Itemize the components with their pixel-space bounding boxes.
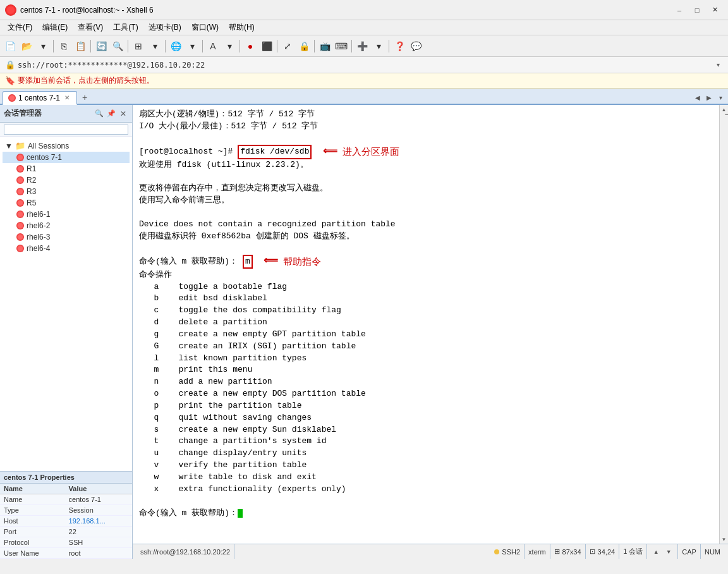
app-icon — [5, 4, 16, 16]
session-item-rhel62[interactable]: rhel6-2 — [3, 220, 130, 231]
status-sessions-section: 1 会话 — [619, 544, 647, 559]
terminal-line-cursor: 命令(输入 m 获取帮助)： — [139, 508, 713, 520]
table-row: Protocol SSH — [0, 537, 132, 548]
menu-edit[interactable]: 编辑(E) — [37, 21, 73, 34]
all-sessions-group[interactable]: ▼ 📁 All Sessions — [3, 140, 130, 152]
sidebar-title: 会话管理器 — [4, 108, 92, 119]
scroll-thumb[interactable] — [725, 114, 729, 115]
folder-icon: 📁 — [15, 141, 25, 150]
toolbar-open[interactable]: 📂 — [19, 39, 34, 54]
close-button[interactable]: ✕ — [707, 4, 723, 16]
session-item-r3[interactable]: R3 — [3, 186, 130, 197]
scroll-down-button[interactable]: ▼ — [720, 535, 729, 544]
cmd-m: m — [243, 255, 253, 269]
toolbar-grid-dropdown[interactable]: ▾ — [147, 39, 162, 54]
toolbar-stop[interactable]: ⬛ — [259, 39, 274, 54]
toolbar-font[interactable]: A — [205, 39, 221, 54]
prop-value-host[interactable]: 192.168.1... — [65, 516, 132, 527]
session-label: R1 — [27, 164, 36, 173]
minimize-button[interactable]: – — [671, 4, 688, 16]
toolbar-sep4 — [165, 40, 166, 52]
toolbar-new[interactable]: 📄 — [3, 39, 18, 54]
toolbar-open-dropdown[interactable]: ▾ — [35, 39, 51, 54]
session-item-rhel64[interactable]: rhel6-4 — [3, 243, 130, 254]
toolbar-paste[interactable]: 📋 — [73, 39, 88, 54]
terminal-line: n add a new partition — [139, 376, 713, 388]
menu-tools[interactable]: 工具(T) — [108, 21, 143, 34]
toolbar-plus[interactable]: ➕ — [355, 39, 370, 54]
session-item-rhel61[interactable]: rhel6-1 — [3, 209, 130, 220]
toolbar-copy[interactable]: ⎘ — [56, 39, 71, 54]
terminal-scrollbar[interactable]: ▲ ▼ — [719, 105, 728, 544]
terminal-line: p print the partition table — [139, 400, 713, 412]
tab-centos71[interactable]: 1 centos 7-1 ✕ — [3, 91, 77, 105]
session-item-r2[interactable]: R2 — [3, 174, 130, 186]
session-item-r5[interactable]: R5 — [3, 197, 130, 209]
session-tree: ▼ 📁 All Sessions centos 7-1 R1 R2 — [0, 137, 132, 471]
toolbar-lock[interactable]: 🔒 — [296, 39, 312, 54]
tab-label: 1 centos 7-1 — [18, 94, 60, 102]
fdisk-cmd: fdisk /dev/sdb — [238, 145, 312, 159]
terminal-content[interactable]: 扇区大小(逻辑/物理)：512 字节 / 512 字节 I/O 大小(最小/最佳… — [133, 105, 719, 544]
sidebar-close-button[interactable]: ✕ — [118, 109, 128, 119]
session-label: rhel6-4 — [27, 244, 50, 253]
menu-window[interactable]: 窗口(W) — [186, 21, 224, 34]
window-title: centos 7-1 - root@localhost:~ - Xshell 6 — [20, 6, 671, 15]
menu-help[interactable]: 帮助(H) — [224, 21, 260, 34]
status-size-text: 87x34 — [562, 548, 581, 556]
terminal-line: u change display/entry units — [139, 448, 713, 460]
sidebar-pin-icon[interactable]: 📌 — [107, 109, 116, 118]
session-item-r1[interactable]: R1 — [3, 163, 130, 174]
menu-file[interactable]: 文件(F) — [3, 21, 37, 34]
toolbar-sep3 — [128, 40, 128, 52]
terminal-line: q quit without saving changes — [139, 412, 713, 424]
address-text[interactable]: ssh://root:*************@192.168.10.20:2… — [18, 61, 710, 70]
sidebar-header: 会话管理器 🔍 📌 ✕ — [0, 105, 132, 123]
toolbar-help[interactable]: ❓ — [392, 39, 407, 54]
toolbar-globe[interactable]: 🌐 — [168, 39, 183, 54]
prop-value: Session — [65, 505, 132, 516]
toolbar-record[interactable]: ● — [243, 39, 258, 54]
tab-next-button[interactable]: ▶ — [704, 91, 714, 104]
status-protocol-section: SSH2 — [490, 544, 525, 559]
scroll-up-button[interactable]: ▲ — [720, 105, 729, 114]
toolbar-chat[interactable]: 💬 — [408, 39, 423, 54]
prop-value: SSH — [65, 537, 132, 548]
title-bar: centos 7-1 - root@localhost:~ - Xshell 6… — [0, 0, 728, 20]
sidebar-search-icon[interactable]: 🔍 — [94, 109, 104, 119]
session-label: centos 7-1 — [27, 153, 62, 162]
annotation-text2: 帮助指令 — [283, 255, 321, 269]
address-dropdown[interactable]: ▾ — [713, 60, 723, 70]
status-up-button[interactable]: ▲ — [651, 547, 661, 557]
menu-view[interactable]: 查看(V) — [73, 21, 108, 34]
toolbar-plus-dropdown[interactable]: ▾ — [371, 39, 386, 54]
status-down-button[interactable]: ▼ — [664, 547, 674, 557]
toolbar-monitor[interactable]: 📺 — [317, 39, 332, 54]
session-item-rhel63[interactable]: rhel6-3 — [3, 231, 130, 243]
annotation-text1: 进入分区界面 — [343, 145, 399, 159]
tab-close-button[interactable]: ✕ — [63, 94, 71, 102]
info-bar: 🔖 要添加当前会话，点击左侧的箭头按钮。 — [0, 73, 728, 89]
tab-add-button[interactable]: + — [78, 91, 91, 104]
terminal-line: 欢迎使用 fdisk (util-linux 2.23.2)。 — [139, 159, 713, 171]
toolbar-refresh[interactable]: 🔄 — [94, 39, 109, 54]
session-item-centos71[interactable]: centos 7-1 — [3, 152, 130, 163]
terminal-line: o create a new empty DOS partition table — [139, 388, 713, 400]
status-dot-ssh — [494, 549, 499, 554]
toolbar-key[interactable]: ⌨ — [334, 39, 349, 54]
toolbar-grid[interactable]: ⊞ — [131, 39, 146, 54]
toolbar-search[interactable]: 🔍 — [110, 39, 125, 54]
sidebar-search-input[interactable] — [4, 125, 128, 135]
status-num-section: NUM — [701, 544, 724, 559]
toolbar-globe-dropdown[interactable]: ▾ — [185, 39, 200, 54]
menu-tabs[interactable]: 选项卡(B) — [143, 21, 186, 34]
tab-menu-button[interactable]: ▾ — [715, 91, 725, 104]
annotation-arrow1: ⟸ — [317, 145, 337, 159]
prop-key: Protocol — [0, 537, 65, 548]
toolbar-font-dropdown[interactable]: ▾ — [222, 39, 237, 54]
maximize-button[interactable]: □ — [689, 4, 705, 16]
tab-prev-button[interactable]: ◀ — [693, 91, 703, 104]
toolbar-expand[interactable]: ⤢ — [280, 39, 295, 54]
bookmark-icon: 🔖 — [5, 76, 15, 85]
tab-session-icon — [8, 94, 16, 102]
